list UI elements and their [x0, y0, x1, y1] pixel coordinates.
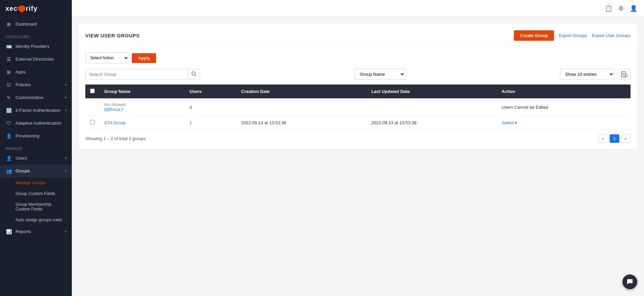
sidebar-item-external-directories[interactable]: ☰ External Directories: [0, 53, 72, 66]
identity-providers-icon: 🪪: [5, 44, 12, 49]
sidebar-subitem-group-membership-custom-fields[interactable]: Group Membership Custom Fields: [0, 199, 72, 215]
section-configure: Configure: [0, 31, 72, 40]
row-sta-select-button[interactable]: Select ▾: [502, 120, 518, 125]
svg-line-1: [195, 75, 196, 76]
sidebar-item-apps[interactable]: ⊞ Apps: [0, 66, 72, 78]
search-wrap: [85, 69, 200, 79]
export-table-icon: +: [621, 71, 627, 78]
search-input[interactable]: [86, 69, 188, 79]
policies-chevron: ▾: [65, 83, 66, 87]
sidebar-item-groups[interactable]: 👥 Groups ▾: [0, 165, 72, 177]
sidebar-subitem-auto-assign[interactable]: Auto assign groups rules: [0, 215, 72, 225]
sidebar-item-reports[interactable]: 📊 Reports ▾: [0, 225, 72, 238]
sidebar-item-2fa[interactable]: 🔢 2-Factor Authentication ▾: [0, 104, 72, 117]
row-sta-checkbox[interactable]: [90, 120, 95, 125]
2fa-icon: 🔢: [5, 108, 12, 113]
groups-icon: 👥: [5, 168, 12, 174]
row-default-last-updated: [367, 98, 497, 116]
policies-icon: ☑: [5, 82, 12, 88]
row-default-users: 4: [185, 98, 236, 116]
export-user-groups-button[interactable]: Export User Groups: [592, 33, 631, 38]
table-header-last-updated: Last Updated Date: [367, 85, 497, 98]
sidebar-item-identity-providers[interactable]: 🪪 Identity Providers: [0, 40, 72, 53]
row-default-group-name: Not Allowed DEFAULT: [99, 98, 185, 116]
sidebar-item-policies[interactable]: ☑ Policies ▾: [0, 78, 72, 91]
topbar-user-icon[interactable]: 👤: [630, 5, 637, 12]
row-sta-checkbox-cell: [85, 116, 99, 130]
pagination-page-1[interactable]: 1: [610, 134, 619, 143]
svg-text:+: +: [625, 75, 627, 77]
customization-icon: ✎: [5, 95, 12, 100]
showing-text: Showing 1 – 2 of total 2 groups: [85, 136, 146, 141]
pagination-next[interactable]: »: [621, 134, 631, 143]
search-button[interactable]: [188, 69, 200, 79]
filter-mid: Group Name Users Creation Date: [355, 69, 405, 80]
show-entries-dropdown[interactable]: Show 10 entries Show 25 entries Show 50 …: [560, 69, 614, 80]
chat-icon: [626, 278, 633, 285]
chat-fab-button[interactable]: [622, 274, 637, 289]
external-directories-icon: ☰: [5, 57, 12, 62]
select-all-checkbox[interactable]: [90, 89, 95, 93]
row-sta-last-updated: 2022.09.13 at 13:53:38: [367, 116, 497, 130]
topbar-book-icon[interactable]: 📋: [605, 5, 612, 12]
sidebar-subitem-manage-groups[interactable]: Manage Groups: [0, 177, 72, 188]
users-chevron: ▾: [65, 156, 66, 160]
pagination: « 1 »: [598, 134, 631, 143]
groups-chevron: ▾: [65, 169, 66, 173]
table-footer: Showing 1 – 2 of total 2 groups « 1 »: [85, 134, 631, 143]
group-name-filter-dropdown[interactable]: Group Name Users Creation Date: [355, 69, 405, 80]
row-sta-group-name: STA Group: [99, 116, 185, 130]
row-default-action: Users Cannot be Edited: [497, 98, 631, 116]
sidebar-item-users[interactable]: 👤 Users ▾: [0, 152, 72, 165]
page-header: VIEW USER GROUPS Create Group Export Gro…: [85, 30, 631, 46]
row-default-group-name-link[interactable]: DEFAULT: [104, 107, 124, 112]
sidebar-item-adaptive-auth[interactable]: 🛡 Adaptive Authentication: [0, 117, 72, 130]
table-header-action: Action: [497, 85, 631, 98]
sidebar-item-customization[interactable]: ✎ Customization ▾: [0, 91, 72, 104]
select-action-dropdown[interactable]: Select Action: [85, 53, 129, 63]
sidebar-subitem-group-custom-fields[interactable]: Group Custom Fields: [0, 188, 72, 199]
toolbar: Select Action Apply: [85, 53, 631, 63]
row-sta-creation-date: 2022.09.13 at 13:53:38: [236, 116, 367, 130]
content-area: VIEW USER GROUPS Create Group Export Gro…: [72, 17, 644, 296]
logo-shield-icon: [18, 5, 25, 13]
groups-table: Group Name Users Creation Date Last Upda…: [85, 85, 631, 130]
apply-button[interactable]: Apply: [132, 53, 156, 63]
row-sta-users-link[interactable]: 1: [189, 120, 192, 125]
row-default-not-allowed: Not Allowed: [104, 102, 125, 107]
logo-text: xecrify: [5, 5, 38, 13]
topbar-settings-icon[interactable]: ⚙: [618, 5, 624, 12]
table-row: Not Allowed DEFAULT 4 Users Cannot be Ed…: [85, 98, 631, 116]
2fa-chevron: ▾: [65, 108, 66, 112]
page-title: VIEW USER GROUPS: [85, 33, 140, 38]
reports-chevron: ▾: [65, 230, 66, 233]
sidebar-item-provisioning[interactable]: 👤 Provisioning: [0, 130, 72, 142]
row-default-creation-date: [236, 98, 367, 116]
filter-right: Show 10 entries Show 25 entries Show 50 …: [560, 69, 631, 80]
provisioning-icon: 👤: [5, 133, 12, 139]
sidebar: xecrify ⊞ Dashboard Configure 🪪 Identity…: [0, 0, 72, 296]
export-table-button[interactable]: +: [618, 69, 631, 80]
filter-row: Group Name Users Creation Date Show 10 e…: [85, 69, 631, 80]
adaptive-auth-icon: 🛡: [5, 121, 12, 126]
table-header-group-name: Group Name: [99, 85, 185, 98]
row-sta-group-name-link[interactable]: STA Group: [104, 120, 125, 125]
table-header-users: Users: [185, 85, 236, 98]
logo-area: xecrify: [0, 0, 72, 18]
row-sta-action: Select ▾: [497, 116, 631, 130]
row-sta-users: 1: [185, 116, 236, 130]
customization-chevron: ▾: [65, 96, 66, 99]
table-header-row: Group Name Users Creation Date Last Upda…: [85, 85, 631, 98]
dashboard-icon: ⊞: [5, 22, 12, 27]
section-manage: Manage: [0, 142, 72, 152]
main-container: 📋 ⚙ 👤 VIEW USER GROUPS Create Group Expo…: [72, 0, 644, 296]
top-bar: 📋 ⚙ 👤: [72, 0, 644, 17]
table-header-creation-date: Creation Date: [236, 85, 367, 98]
pagination-prev[interactable]: «: [598, 134, 608, 143]
sidebar-item-dashboard[interactable]: ⊞ Dashboard: [0, 18, 72, 31]
reports-icon: 📊: [5, 229, 12, 234]
header-actions: Create Group Export Groups Export User G…: [514, 30, 631, 41]
search-icon: [192, 71, 196, 76]
export-groups-button[interactable]: Export Groups: [559, 33, 587, 38]
create-group-button[interactable]: Create Group: [514, 30, 554, 41]
